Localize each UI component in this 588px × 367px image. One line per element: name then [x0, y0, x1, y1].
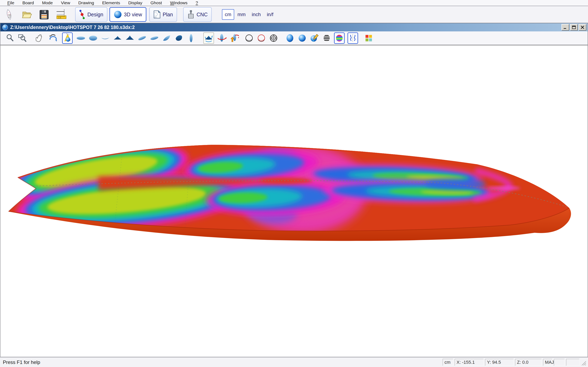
unit-cm[interactable]: cm	[222, 9, 234, 20]
status-cells: cmX: -155.1Y: 94.5Z: 0.0MAJ	[441, 359, 579, 366]
flow-lines-icon[interactable]	[347, 33, 358, 44]
design-nodes-icon	[79, 9, 85, 19]
menu-item-?[interactable]: ?	[191, 0, 202, 5]
cnc-machine-icon	[187, 10, 195, 19]
plan-sheet-icon	[153, 10, 161, 19]
wireframe-sphere-icon[interactable]	[244, 33, 254, 44]
status-cell-empty-6	[566, 359, 579, 366]
svg-text:1 0: 1 0	[58, 17, 61, 19]
cnc-label: CNC	[197, 12, 208, 17]
curvature-map-icon[interactable]	[334, 33, 345, 44]
status-cell-z: Z: 0.0	[515, 359, 542, 366]
view-tail-icon[interactable]	[125, 33, 135, 44]
render-sphere-smooth-icon[interactable]	[297, 33, 307, 44]
sphere-3d-icon	[114, 10, 122, 18]
surfboard-render	[0, 45, 588, 357]
open-folder-icon[interactable]	[20, 8, 33, 21]
color-squares-icon[interactable]	[363, 33, 374, 44]
menu-item-windows[interactable]: Windows	[166, 0, 191, 5]
design-label: Design	[87, 12, 103, 17]
light-tool-icon[interactable]	[62, 33, 73, 44]
stripes-sphere-icon[interactable]	[321, 33, 332, 44]
menu-item-display[interactable]: Display	[124, 0, 146, 5]
main-toolbar: 1 0 Design 3D view Pl	[0, 6, 588, 23]
cnc-mode-button[interactable]: CNC	[183, 7, 212, 22]
resize-grip[interactable]	[581, 359, 586, 366]
menu-item-board[interactable]: Board	[18, 0, 38, 5]
design-mode-button[interactable]: Design	[75, 7, 107, 22]
unit-selector: cmmminchin/f	[222, 9, 276, 20]
menu-item-view[interactable]: View	[57, 0, 74, 5]
menu-item-drawing[interactable]: Drawing	[74, 0, 98, 5]
view3d-label: 3D view	[124, 12, 142, 17]
unit-in-f[interactable]: in/f	[264, 9, 276, 20]
close-button[interactable]	[579, 24, 586, 31]
save-icon[interactable]	[38, 8, 50, 21]
view-bottom-icon[interactable]	[88, 33, 98, 44]
view3d-mode-button[interactable]: 3D view	[109, 7, 146, 22]
rotate-board-axis-icon[interactable]	[216, 33, 227, 44]
plan-mode-button[interactable]: Plan	[149, 7, 177, 22]
view-crescent-icon[interactable]	[100, 33, 111, 44]
document-title: Z:\Users\dennery\Desktop\HOTSPOT 7 26 82…	[10, 25, 561, 30]
document-titlebar[interactable]: Z:\Users\dennery\Desktop\HOTSPOT 7 26 82…	[0, 23, 588, 31]
unit-inch[interactable]: inch	[249, 9, 264, 20]
render-annotate-icon[interactable]	[309, 33, 320, 44]
zoom-window-icon[interactable]	[17, 33, 28, 44]
pan-hand-icon[interactable]	[34, 33, 44, 44]
document-sphere-icon	[2, 24, 8, 30]
status-cell-maj: MAJ	[543, 359, 553, 366]
statusbar: Press F1 for help cmX: -155.1Y: 94.5Z: 0…	[0, 357, 588, 367]
view-side-icon[interactable]	[186, 33, 196, 44]
status-cell-x: X: -155.1	[455, 359, 484, 366]
mesh-sphere-icon[interactable]	[268, 33, 279, 44]
status-cell-y: Y: 94.5	[485, 359, 514, 366]
view-perspective-1-icon[interactable]	[137, 33, 147, 44]
menu-item-mode[interactable]: Mode	[38, 0, 57, 5]
status-cell-empty-5	[554, 359, 565, 366]
document-window: Z:\Users\dennery\Desktop\HOTSPOT 7 26 82…	[0, 23, 588, 357]
unit-mm[interactable]: mm	[234, 9, 249, 20]
new-board-icon[interactable]	[3, 8, 15, 21]
rotate-3d-icon[interactable]	[48, 33, 58, 44]
menu-item-elements[interactable]: Elements	[98, 0, 124, 5]
view-perspective-3-icon[interactable]	[161, 33, 172, 44]
status-cell-cm: cm	[443, 359, 453, 366]
status-help-text: Press F1 for help	[3, 359, 441, 365]
view-top-icon[interactable]	[76, 33, 86, 44]
flip-board-icon[interactable]	[229, 33, 239, 44]
menu-item-file[interactable]: File	[3, 0, 18, 5]
plan-label: Plan	[163, 12, 173, 17]
view-nose-icon[interactable]	[112, 33, 123, 44]
zoom-icon[interactable]	[5, 33, 16, 44]
shape3d-application: FileBoardModeViewDrawingElementsDisplayG…	[0, 0, 588, 367]
view-toolbar	[0, 31, 588, 45]
wireframe-sphere-red-icon[interactable]	[256, 33, 267, 44]
menubar: FileBoardModeViewDrawingElementsDisplayG…	[0, 0, 588, 6]
maximize-button[interactable]	[570, 24, 578, 31]
rotate-view-icon[interactable]	[203, 33, 214, 44]
dimensions-icon[interactable]: 1 0	[56, 8, 68, 21]
view-perspective-2-icon[interactable]	[149, 33, 160, 44]
board-3d-viewport[interactable]	[0, 45, 588, 357]
view-perspective-4-icon[interactable]	[173, 33, 184, 44]
render-sphere-icon[interactable]	[285, 33, 295, 44]
menu-item-ghost[interactable]: Ghost	[146, 0, 166, 5]
minimize-button[interactable]	[562, 24, 569, 31]
